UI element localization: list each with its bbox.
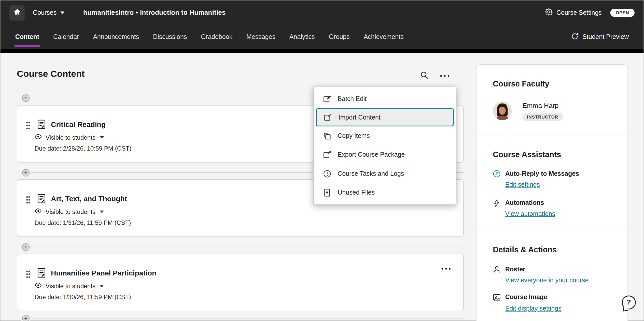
item-title[interactable]: Critical Reading: [51, 120, 106, 129]
course-settings-button[interactable]: Course Settings: [544, 8, 602, 18]
tab-calendar[interactable]: Calendar: [53, 25, 79, 49]
drag-handle-icon[interactable]: [25, 195, 31, 206]
roster-icon: [493, 265, 501, 275]
divider: [31, 318, 464, 318]
tab-announcements[interactable]: Announcements: [93, 25, 139, 49]
auto-reply-label: Auto-Reply to Messages: [505, 170, 579, 177]
tab-discussions-label: Discussions: [153, 33, 187, 41]
divider: [477, 231, 628, 231]
tasks-logs-icon: [323, 169, 331, 178]
automations-icon: [493, 199, 501, 209]
course-settings-label: Course Settings: [556, 9, 602, 16]
auto-reply-icon: [493, 169, 501, 180]
tab-gradebook-label: Gradebook: [201, 33, 232, 41]
more-options-button[interactable]: [438, 69, 452, 83]
tab-achievements-label: Achievements: [364, 33, 404, 41]
visibility-label: Visible to students: [46, 208, 95, 215]
gear-icon: [544, 8, 553, 18]
course-details-sidebar: Course Faculty Emma Harp INSTRUCTOR Cour…: [476, 64, 628, 321]
student-preview-button[interactable]: Student Preview: [571, 32, 629, 42]
assignment-icon: [36, 193, 47, 206]
divider: [31, 247, 464, 247]
export-package-icon: [323, 150, 331, 159]
search-icon: [420, 71, 429, 81]
view-automations-link[interactable]: View automations: [505, 210, 555, 217]
menu-item-label: Import Content: [339, 114, 381, 121]
menu-item-unused-files[interactable]: Unused Files: [314, 183, 456, 202]
view-everyone-link[interactable]: View everyone in your course: [505, 277, 589, 284]
ellipsis-icon: [440, 75, 449, 77]
menu-item-label: Course Tasks and Logs: [338, 170, 404, 177]
tab-groups[interactable]: Groups: [329, 25, 350, 49]
instructor-name: Emma Harp: [522, 102, 558, 110]
visibility-dropdown[interactable]: Visible to students: [35, 282, 104, 290]
assignment-icon: [36, 268, 47, 280]
tab-content[interactable]: Content: [15, 25, 39, 49]
visibility-dropdown[interactable]: Visible to students: [35, 133, 104, 142]
search-button[interactable]: [418, 69, 431, 83]
menu-item-course-tasks-and-logs[interactable]: Course Tasks and Logs: [314, 164, 456, 183]
menu-item-label: Export Course Package: [338, 151, 405, 158]
banner-strip: [1, 49, 644, 53]
courses-dropdown[interactable]: Courses: [33, 9, 64, 16]
tab-gradebook[interactable]: Gradebook: [201, 25, 232, 49]
tab-calendar-label: Calendar: [53, 33, 79, 41]
tab-announcements-label: Announcements: [93, 33, 139, 41]
instructor-role-badge: INSTRUCTOR: [522, 113, 563, 121]
edit-display-settings-link[interactable]: Edit display settings: [505, 305, 562, 312]
main-content: Course Content + + +: [1, 53, 644, 320]
card-more-options-button[interactable]: [439, 262, 453, 275]
question-mark-icon: ?: [627, 298, 631, 307]
item-title[interactable]: Humanities Panel Participation: [51, 269, 156, 278]
topbar-right: Course Settings OPEN: [544, 8, 635, 18]
copy-items-icon: [323, 132, 331, 140]
page-title: Course Content: [17, 68, 85, 79]
tab-discussions[interactable]: Discussions: [153, 25, 187, 49]
top-bar: Courses humanitiesintro • Introduction t…: [1, 1, 644, 25]
course-open-status-badge[interactable]: OPEN: [610, 9, 635, 17]
content-card: Humanities Panel Participation Visible t…: [17, 254, 464, 311]
chevron-down-icon: [100, 210, 104, 213]
tab-groups-label: Groups: [329, 33, 350, 41]
tab-content-label: Content: [15, 33, 39, 41]
menu-item-label: Copy Items: [338, 132, 370, 140]
instructor-avatar: [493, 101, 512, 120]
course-image-label: Course Image: [505, 294, 547, 301]
help-button[interactable]: ?: [622, 296, 636, 310]
home-button[interactable]: [9, 5, 25, 20]
edit-settings-link[interactable]: Edit settings: [505, 181, 540, 188]
menu-item-label: Unused Files: [338, 189, 375, 196]
chevron-down-icon: [60, 11, 64, 14]
eye-icon: [35, 133, 42, 142]
add-content-button[interactable]: +: [22, 315, 30, 321]
tab-messages[interactable]: Messages: [246, 25, 275, 49]
visibility-label: Visible to students: [46, 282, 95, 289]
course-assistants-heading: Course Assistants: [493, 150, 561, 159]
chevron-down-icon: [100, 285, 104, 287]
menu-item-import-content[interactable]: Import Content: [316, 108, 454, 126]
add-content-button[interactable]: +: [22, 243, 30, 251]
eye-icon: [35, 282, 42, 290]
eye-icon: [35, 207, 42, 216]
home-icon: [13, 8, 21, 18]
menu-item-batch-edit[interactable]: Batch Edit: [314, 90, 456, 108]
visibility-dropdown[interactable]: Visible to students: [35, 207, 104, 216]
menu-item-label: Batch Edit: [338, 95, 367, 103]
add-content-button[interactable]: +: [22, 94, 30, 102]
drag-handle-icon[interactable]: [25, 121, 31, 132]
course-faculty-heading: Course Faculty: [493, 80, 549, 89]
due-date: Due date: 2/28/26, 10:59 PM (CST): [35, 145, 132, 152]
ellipsis-icon: [441, 268, 451, 270]
menu-item-copy-items[interactable]: Copy Items: [314, 126, 456, 145]
menu-item-export-course-package[interactable]: Export Course Package: [314, 145, 456, 164]
unused-files-icon: [323, 188, 331, 197]
item-title[interactable]: Art, Text, and Thought: [51, 195, 127, 203]
import-content-icon: [323, 113, 332, 122]
student-preview-icon: [571, 32, 579, 42]
tab-analytics[interactable]: Analytics: [289, 25, 315, 49]
add-content-button[interactable]: +: [22, 169, 30, 177]
content-toolbar: [418, 69, 451, 83]
divider: [477, 135, 628, 135]
tab-achievements[interactable]: Achievements: [364, 25, 404, 49]
drag-handle-icon[interactable]: [25, 269, 31, 281]
